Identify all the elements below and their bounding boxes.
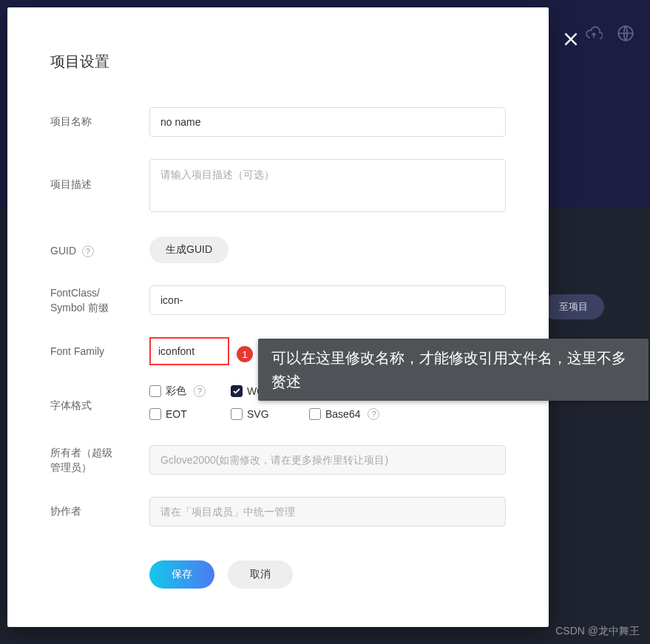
language-icon [616, 24, 635, 43]
help-icon[interactable]: ? [368, 408, 379, 420]
help-icon[interactable]: ? [82, 245, 94, 257]
annotation-tooltip: 可以在这里修改名称，才能修改引用文件名，这里不多赘述 [258, 339, 649, 401]
project-settings-modal: 项目设置 项目名称 项目描述 GUID ? 生成GUID FontClass/ … [7, 7, 549, 627]
collaborator-input [149, 497, 506, 526]
close-icon [561, 30, 580, 49]
cancel-button[interactable]: 取消 [228, 560, 293, 589]
background-toolbar-icons [585, 24, 635, 43]
font-family-label: Font Family [50, 337, 149, 359]
prefix-label: FontClass/ Symbol 前缀 [50, 285, 149, 315]
background-badge: 至项目 [543, 294, 604, 319]
checkbox-svg[interactable]: SVG [231, 408, 309, 420]
font-family-input[interactable] [149, 337, 229, 365]
collaborator-label: 协作者 [50, 497, 149, 518]
owner-label: 所有者（超级 管理员） [50, 445, 149, 475]
font-format-label: 字体格式 [50, 384, 149, 413]
annotation-marker: 1 [237, 346, 253, 362]
checkbox-eot[interactable]: EOT [149, 408, 231, 420]
checkbox-icon [149, 385, 161, 397]
checkbox-icon [231, 385, 243, 397]
project-name-label: 项目名称 [50, 107, 149, 129]
close-button[interactable] [561, 30, 580, 49]
upload-cloud-icon [585, 24, 603, 42]
checkbox-icon [231, 408, 243, 420]
owner-input [149, 445, 506, 475]
watermark: CSDN @龙中舞王 [555, 625, 640, 638]
checkbox-base64[interactable]: Base64 ? [309, 408, 390, 420]
project-desc-input[interactable] [149, 159, 506, 212]
project-name-input[interactable] [149, 107, 506, 137]
generate-guid-button[interactable]: 生成GUID [149, 237, 228, 263]
project-desc-label: 项目描述 [50, 159, 149, 191]
prefix-input[interactable] [149, 285, 506, 315]
guid-label: GUID ? [50, 237, 149, 258]
checkbox-icon [149, 408, 161, 420]
checkbox-color[interactable]: 彩色 ? [149, 384, 231, 398]
save-button[interactable]: 保存 [149, 560, 214, 589]
modal-title: 项目设置 [50, 52, 506, 72]
help-icon[interactable]: ? [194, 385, 206, 397]
checkbox-icon [309, 408, 321, 420]
